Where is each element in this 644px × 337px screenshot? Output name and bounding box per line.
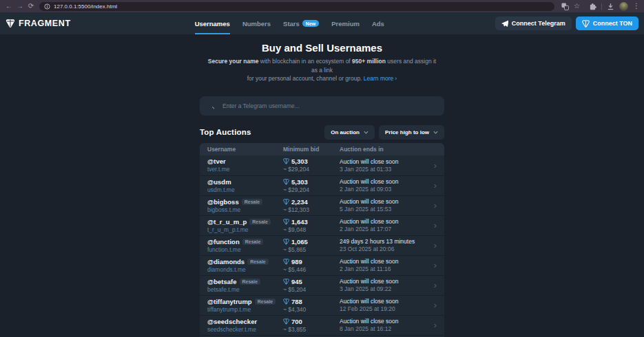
translate-icon[interactable] [561,3,569,10]
auction-end-date: 2 Jan 2025 at 09:03 [340,186,427,193]
sort-filter-dropdown[interactable]: Price high to low [379,125,444,140]
search-bar[interactable] [200,96,444,116]
auction-status: Auction will close soon [340,158,427,165]
section-title: Top Auctions [200,128,251,136]
username: @bigboss [207,198,239,206]
telegram-plane-icon [501,20,508,27]
bid-usd: ~ $29,204 [283,186,340,193]
downloads-icon[interactable] [607,3,614,10]
toolbar-divider [601,3,602,10]
auction-row[interactable]: @t_r_u_m_p Resale t_r_u_m_p.t.me 1,643 ~… [200,215,444,235]
profile-avatar[interactable] [619,2,628,11]
subtitle-bold: 950+ million [352,58,386,65]
connect-ton-button[interactable]: Connect TON [576,17,638,30]
bookmark-star-icon[interactable]: ☆ [574,0,580,12]
ton-diamond-icon [283,158,289,164]
username-link[interactable]: tiffanytrump.t.me [207,306,283,313]
username: @tiffanytrump [207,298,252,305]
bid-amount: 2,234 [291,198,308,206]
connect-telegram-button[interactable]: Connect Telegram [495,17,572,30]
reload-icon[interactable]: ⟳ [25,0,37,12]
username-link[interactable]: bigboss.t.me [207,206,283,213]
username-link[interactable]: t_r_u_m_p.t.me [207,226,283,233]
resale-badge: Resale [255,298,276,305]
auction-row[interactable]: @usdm usdm.t.me 5,303 ~ $29,204 Auction … [200,175,444,195]
main-nav: Usernames Numbers Stars New Premium Ads [195,12,384,34]
auction-end-date: 12 Feb 2025 at 19:20 [340,305,427,312]
auction-row[interactable]: @bigboss Resale bigboss.t.me 2,234 ~ $12… [200,195,444,215]
forward-icon[interactable]: → [14,0,25,12]
auction-row[interactable]: @betsafe Resale betsafe.t.me 945 ~ $5,20… [200,275,444,295]
auction-row[interactable]: @function Resale function.t.me 1,065 ~ $… [200,235,444,255]
nav-tab-label: Ads [372,20,384,28]
address-bar[interactable]: 127.0.0.1:5500/index.html [39,2,554,11]
username-link[interactable]: usdm.t.me [207,186,283,193]
nav-tab-label: Stars [283,20,300,28]
learn-more-label: Learn more [364,75,393,82]
tab-premium[interactable]: Premium [331,12,360,34]
username: @diamonds [207,258,245,265]
username: @t_r_u_m_p [207,218,247,226]
status-filter-dropdown[interactable]: On auction [324,125,375,140]
ton-diamond-icon [283,199,289,205]
chevron-right-icon: › [427,281,437,290]
tab-usernames[interactable]: Usernames [195,12,230,34]
auction-row[interactable]: @diamonds Resale diamonds.t.me 989 ~ $5,… [200,255,444,275]
username-link[interactable]: function.t.me [207,246,283,253]
ton-diamond-icon [582,20,590,28]
tab-numbers[interactable]: Numbers [242,12,271,34]
bid-usd: ~ $12,303 [283,206,340,213]
hero-section: Buy and Sell Usernames Secure your name … [0,42,644,83]
username-link[interactable]: betsafe.t.me [207,286,283,293]
username: @betsafe [207,278,237,285]
site-info-icon [44,3,50,10]
resale-badge: Resale [242,199,263,205]
auction-row[interactable]: @resolved 666 Auction will close soon › [200,335,444,337]
auction-end-date: 5 Jan 2025 at 15:53 [340,206,427,213]
chevron-right-icon: › [427,221,437,230]
auction-status: Auction will close soon [340,278,427,285]
auction-status: Auction will close soon [340,198,427,205]
chevron-right-icon: › [395,75,397,82]
tab-stars[interactable]: Stars New [283,12,319,34]
auction-row[interactable]: @tver tver.t.me 5,303 ~ $29,204 Auction … [200,155,444,175]
back-icon[interactable]: ← [3,0,14,12]
url-text: 127.0.0.1:5500/index.html [54,3,117,10]
resale-badge: Resale [247,259,269,265]
bid-amount: 700 [291,318,302,325]
username-link[interactable]: diamonds.t.me [207,266,283,273]
auction-status: Auction will close soon [340,178,427,185]
bid-usd: ~ $5,204 [283,286,340,293]
fragment-logo[interactable]: FRAGMENT [6,12,71,34]
ton-diamond-icon [283,259,289,265]
bid-amount: 5,303 [291,178,308,186]
auction-end-date: 23 Oct 2025 at 20:06 [340,246,427,252]
auction-row[interactable]: @tiffanytrump Resale tiffanytrump.t.me 7… [200,295,444,315]
username-link[interactable]: tver.t.me [207,166,283,173]
ton-diamond-icon [283,279,289,285]
search-input[interactable] [221,102,437,110]
username: @usdm [207,178,231,186]
username-link[interactable]: seedschecker.t.me [207,326,283,333]
extensions-icon[interactable] [589,3,596,10]
username: @seedschecker [207,318,257,325]
tab-ads[interactable]: Ads [372,12,384,34]
bid-usd: ~ $3,855 [283,326,340,333]
search-icon [207,102,215,109]
ton-diamond-icon [283,239,289,245]
bid-amount: 788 [291,298,302,305]
chevron-right-icon: › [427,320,437,329]
browser-menu-icon[interactable]: ⋮ [633,0,640,12]
hero-subtitle: Secure your name with blockchain in an e… [205,57,439,83]
auction-status: Auction will close soon [340,298,427,305]
site-header: FRAGMENT Usernames Numbers Stars New Pre… [0,12,644,34]
bid-usd: ~ $9,048 [283,226,340,233]
browser-toolbar: ← → ⟳ 127.0.0.1:5500/index.html ☆ ⋮ [0,0,644,12]
column-header-minimum-bid: Minimum bid [283,146,340,153]
bid-amount: 1,065 [291,238,308,246]
subtitle-bold: Secure your name [208,58,259,65]
auction-row[interactable]: @seedschecker seedschecker.t.me 700 ~ $3… [200,315,444,335]
auction-end-date: 2 Jan 2025 at 11:16 [340,265,427,272]
connect-ton-label: Connect TON [593,20,632,27]
learn-more-link[interactable]: Learn more› [364,75,397,82]
